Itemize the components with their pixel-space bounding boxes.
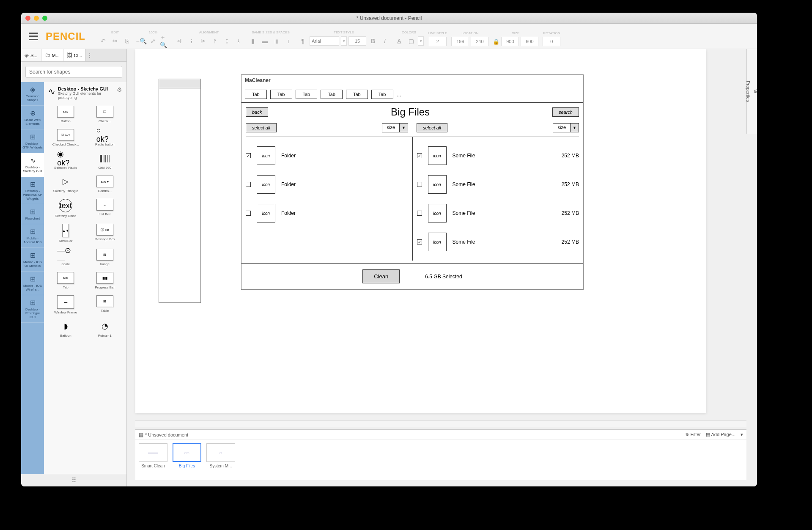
font-size-input[interactable]: [348, 36, 366, 46]
macleaner-wireframe[interactable]: MaCleaner Tab Tab Tab Tab Tab Tab ... ba…: [241, 74, 584, 290]
wireframe-tab[interactable]: Tab: [296, 90, 318, 99]
shape-button[interactable]: OKButton: [47, 104, 84, 125]
chevron-down-icon[interactable]: ▾: [741, 432, 743, 437]
align-top-icon[interactable]: ⫯: [210, 36, 220, 46]
search-input[interactable]: [25, 66, 122, 78]
clean-button[interactable]: Clean: [362, 269, 400, 283]
rotation-input[interactable]: [543, 37, 560, 46]
file-row[interactable]: ✓ icon Some File 252 MB: [417, 141, 579, 170]
wireframe-tab[interactable]: Tab: [371, 90, 393, 99]
bold-icon[interactable]: B: [368, 36, 378, 46]
same-height-icon[interactable]: ▬: [260, 36, 270, 46]
shape-combo[interactable]: abc ▾Combo...: [87, 174, 123, 195]
chevron-down-icon[interactable]: ▾: [341, 36, 347, 46]
loc-x-input[interactable]: [451, 37, 469, 46]
wireframe-tab[interactable]: Tab: [321, 90, 343, 99]
gear-icon[interactable]: ⚙: [117, 86, 122, 93]
loc-y-input[interactable]: [471, 37, 488, 46]
shape-msgbox[interactable]: ⓘ Hi!Message Box: [87, 222, 123, 244]
add-page-button[interactable]: ▤ Add Page...: [706, 432, 735, 437]
background-window-wireframe[interactable]: [159, 79, 201, 303]
panel-tab-m[interactable]: 🗂M...: [41, 49, 63, 61]
chevron-down-icon[interactable]: ▾: [418, 36, 424, 46]
cut-icon[interactable]: ✂: [110, 36, 120, 46]
folder-row[interactable]: ✓ icon Folder: [246, 141, 408, 170]
file-row[interactable]: icon Some File 252 MB: [417, 199, 579, 228]
file-row[interactable]: ✓ icon Some File 252 MB: [417, 228, 579, 256]
align-left-icon[interactable]: ⫷: [174, 36, 184, 46]
category-sketchy[interactable]: ∿Desktop - Sketchy GUI: [21, 153, 44, 177]
horizontal-scrollbar[interactable]: [135, 420, 746, 427]
align-middle-icon[interactable]: ⫱: [222, 36, 232, 46]
properties-panel-collapsed[interactable]: ⚟ Properties: [746, 49, 757, 134]
category-ios-wireframe[interactable]: ⊞Mobile - iOS Wirefra...: [21, 272, 44, 295]
file-row[interactable]: icon Some File 252 MB: [417, 170, 579, 199]
filter-button[interactable]: ⚟ Filter: [685, 432, 701, 437]
line-width-input[interactable]: [429, 37, 447, 46]
select-all-button[interactable]: select all: [417, 123, 447, 132]
search-button[interactable]: search: [552, 107, 579, 117]
font-select[interactable]: [310, 36, 339, 46]
italic-icon[interactable]: I: [380, 36, 390, 46]
align-center-icon[interactable]: ⫶: [186, 36, 196, 46]
checkbox-icon[interactable]: ✓: [246, 153, 251, 158]
back-button[interactable]: back: [246, 107, 268, 117]
titlebar[interactable]: * Unsaved document - Pencil: [21, 13, 757, 24]
category-gtk[interactable]: ⊞Desktop - GTK Widgets: [21, 129, 44, 153]
zoom-out-icon[interactable]: −🔍: [136, 36, 146, 46]
page-thumb-smartclean[interactable]: ▬▬▬▬ Smart Clean: [139, 443, 167, 477]
shape-checked-checkbox[interactable]: ☑ ok?Checked Check...: [47, 127, 84, 148]
shape-checkbox[interactable]: ☐Check...: [87, 104, 123, 125]
size-w-input[interactable]: [501, 37, 519, 46]
page-thumb-bigfiles[interactable]: ▢▢ Big Files: [173, 443, 201, 477]
category-web[interactable]: ⊕Basic Web Elements: [21, 106, 44, 129]
checkbox-icon[interactable]: [246, 211, 251, 216]
shape-image[interactable]: ⊠Image: [87, 247, 123, 268]
checkbox-icon[interactable]: [417, 211, 422, 216]
sort-select[interactable]: size ▼: [553, 123, 579, 132]
panel-tab-overflow[interactable]: ⋮: [86, 49, 93, 61]
zoom-in-icon[interactable]: ＋🔍: [160, 36, 170, 46]
grid-toggle-icon[interactable]: ⠿: [21, 474, 126, 486]
category-winxp[interactable]: ⊞Desktop - Windows XP Widgets: [21, 177, 44, 204]
wireframe-tab[interactable]: Tab: [346, 90, 368, 99]
text-align-icon[interactable]: ¶: [298, 36, 308, 46]
align-bottom-icon[interactable]: ⫰: [233, 36, 244, 46]
checkbox-icon[interactable]: ✓: [417, 239, 422, 244]
page-thumb-systemm[interactable]: ▢ System M...: [206, 443, 235, 477]
same-width-icon[interactable]: ▮: [248, 36, 258, 46]
shape-circle[interactable]: textSketchy Circle: [47, 197, 84, 220]
category-android[interactable]: ⊞Mobile - Android ICS: [21, 224, 44, 248]
lock-icon[interactable]: 🔒: [493, 38, 499, 45]
shape-grid960[interactable]: ∥∥∥Grid 960: [87, 151, 123, 171]
menu-icon[interactable]: [29, 33, 38, 40]
shape-scale[interactable]: —⊙—Scale: [47, 247, 84, 268]
shape-progressbar[interactable]: ▮▮▮Progress Bar: [87, 270, 123, 291]
sort-select[interactable]: size ▼: [382, 123, 408, 132]
shape-triangle[interactable]: ▷Sketchy Triangle: [47, 174, 84, 195]
category-common[interactable]: ◈Common Shapes: [21, 82, 44, 106]
category-prototype[interactable]: ⊞Desktop - Prototype GUI: [21, 295, 44, 323]
category-ios-stencils[interactable]: ⊞Mobile - iOS UI Stencils: [21, 248, 44, 272]
panel-tab-shapes[interactable]: ◈S...: [21, 49, 41, 61]
undo-icon[interactable]: ↶: [98, 36, 108, 46]
shape-selected-radio[interactable]: ◉ ok?Selected Radio: [47, 151, 84, 171]
copy-icon[interactable]: ⎘: [122, 36, 132, 46]
wireframe-tab[interactable]: Tab: [270, 90, 292, 99]
shape-balloon[interactable]: ◗Balloon: [47, 319, 84, 339]
shape-table[interactable]: ⊞Table: [87, 294, 123, 316]
size-h-input[interactable]: [521, 37, 538, 46]
checkbox-icon[interactable]: [246, 182, 251, 187]
panel-tab-cl[interactable]: 🖼Cl...: [63, 49, 86, 61]
select-all-button[interactable]: select all: [246, 123, 277, 132]
align-right-icon[interactable]: ⫸: [198, 36, 208, 46]
dist-v-icon[interactable]: ⫾: [283, 36, 294, 46]
zoom-fit-icon[interactable]: ⤢: [148, 36, 158, 46]
shape-tab[interactable]: tabTab: [47, 270, 84, 291]
fill-color-icon[interactable]: ▢: [406, 36, 416, 46]
checkbox-icon[interactable]: [417, 182, 422, 187]
dist-h-icon[interactable]: ⫼: [272, 36, 282, 46]
checkbox-icon[interactable]: ✓: [417, 153, 422, 158]
canvas-page[interactable]: MaCleaner Tab Tab Tab Tab Tab Tab ... ba…: [135, 49, 706, 413]
category-flowchart[interactable]: ⊞Flowchart: [21, 204, 44, 224]
